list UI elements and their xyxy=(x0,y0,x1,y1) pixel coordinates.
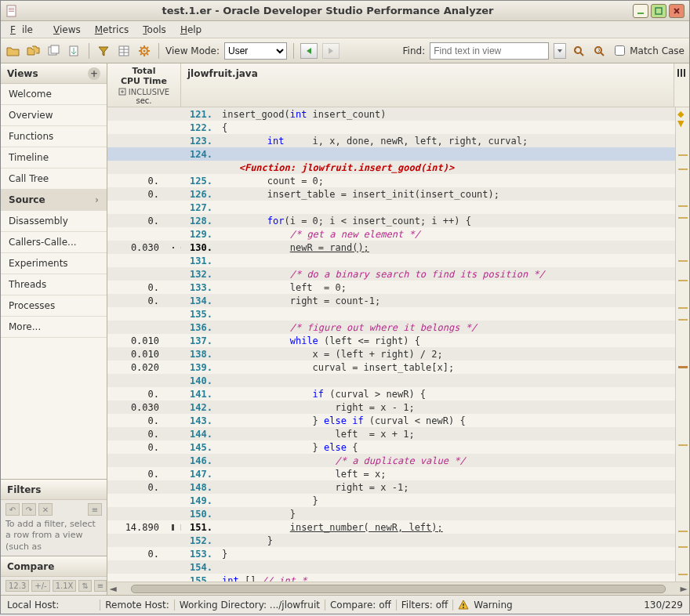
source-row[interactable]: 0.030130. newR = rand(); xyxy=(107,241,675,254)
code-text: curval = insert_table[x]; xyxy=(219,362,675,373)
svg-line-20 xyxy=(147,53,149,55)
sidebar-item-more-[interactable]: More... xyxy=(1,317,107,338)
compare-icon[interactable] xyxy=(26,43,42,59)
svg-rect-3 xyxy=(9,11,14,12)
source-row[interactable]: 0.134. right = count-1; xyxy=(107,294,675,307)
source-row[interactable]: 154. xyxy=(107,560,675,574)
source-row[interactable]: 122.{ xyxy=(107,121,675,134)
menu-help[interactable]: Help xyxy=(174,23,208,37)
menu-metrics[interactable]: Metrics xyxy=(89,23,136,37)
source-row[interactable]: 127. xyxy=(107,201,675,214)
sidebar-item-source[interactable]: Source xyxy=(1,190,107,211)
source-row[interactable]: 14.890151. insert_number( newR, left); xyxy=(107,520,675,534)
source-row[interactable]: 0.010137. while (left <= right) { xyxy=(107,334,675,347)
find-next-icon[interactable] xyxy=(591,43,607,59)
filter-icon[interactable] xyxy=(96,43,111,59)
source-row[interactable]: 0.125. count = 0; xyxy=(107,174,675,187)
nav-back-button[interactable] xyxy=(300,43,318,59)
source-row[interactable]: 0.148. right = x -1; xyxy=(107,480,675,494)
sidebar-item-threads[interactable]: Threads xyxy=(1,274,107,295)
find-prev-icon[interactable] xyxy=(571,43,586,59)
minimize-button[interactable] xyxy=(633,4,648,18)
source-row[interactable]: 149. } xyxy=(107,494,675,507)
source-row[interactable]: 0.145. } else { xyxy=(107,440,675,454)
close-button[interactable] xyxy=(669,4,685,18)
aggregate-icon[interactable] xyxy=(46,43,62,59)
source-row[interactable]: 135. xyxy=(107,307,675,321)
menu-tools[interactable]: Tools xyxy=(136,23,172,37)
find-dropdown-icon[interactable] xyxy=(554,43,566,59)
view-mode-select[interactable]: User xyxy=(224,42,287,60)
code-text: left = x; xyxy=(219,469,675,480)
source-row[interactable]: <Function: jlowfruit.insert_good(int)> xyxy=(107,161,675,174)
settings-gear-icon[interactable] xyxy=(136,43,152,59)
source-row[interactable]: 146. /* a duplicate value */ xyxy=(107,454,675,467)
metric-value: 0.030 xyxy=(107,242,165,253)
overview-gutter-header xyxy=(674,63,689,107)
sidebar-item-overview[interactable]: Overview xyxy=(1,105,107,126)
sidebar-item-call-tree[interactable]: Call Tree xyxy=(1,168,107,190)
source-row[interactable]: 0.126. insert_table = insert_init(insert… xyxy=(107,187,675,201)
compare-sort-icon[interactable]: ⇅ xyxy=(78,580,91,592)
filters-hint: To add a filter, select a row from a vie… xyxy=(5,519,102,553)
menubar: File Views Metrics Tools Help xyxy=(1,21,689,38)
caret-down-icon[interactable]: ▼ xyxy=(677,118,684,129)
sidebar-item-welcome[interactable]: Welcome xyxy=(1,84,107,105)
source-file-tab[interactable]: jlowfruit.java xyxy=(181,63,674,107)
metric-bar xyxy=(165,524,181,531)
menu-views[interactable]: Views xyxy=(47,23,87,37)
maximize-button[interactable] xyxy=(651,4,666,18)
source-row[interactable]: 129. /* get a new element */ xyxy=(107,227,675,241)
source-row[interactable]: 123. int i, x, done, newR, left, right, … xyxy=(107,134,675,147)
overview-strip[interactable]: ◆ ▼ xyxy=(675,107,689,582)
find-input[interactable] xyxy=(430,42,549,60)
source-row[interactable]: 155.int [] // int * xyxy=(107,574,675,582)
filter-redo-icon[interactable]: ↷ xyxy=(22,503,36,516)
sidebar-item-disassembly[interactable]: Disassembly xyxy=(1,211,107,232)
compare-ratio-button[interactable]: 1.1X xyxy=(53,580,77,592)
sidebar-item-experiments[interactable]: Experiments xyxy=(1,253,107,274)
code-text: /* a duplicate value */ xyxy=(219,455,675,466)
source-row[interactable]: 0.010138. x = (left + right) / 2; xyxy=(107,347,675,361)
compare-abs-button[interactable]: 12.3 xyxy=(5,580,29,592)
export-icon[interactable] xyxy=(67,43,82,59)
filter-clear-icon[interactable]: ✕ xyxy=(38,503,53,516)
source-row[interactable]: 0.141. if (curval > newR) { xyxy=(107,387,675,400)
code-text: for(i = 0; i < insert_count; i ++) { xyxy=(219,216,675,226)
filter-menu-icon[interactable]: ≡ xyxy=(88,503,102,516)
menu-file[interactable]: File xyxy=(4,23,45,37)
source-row[interactable]: 132. /* do a binary search to find its p… xyxy=(107,267,675,281)
compare-delta-button[interactable]: +/- xyxy=(31,580,49,592)
source-row[interactable]: 131. xyxy=(107,254,675,267)
match-case-checkbox[interactable] xyxy=(615,45,625,56)
filter-undo-icon[interactable]: ↶ xyxy=(5,503,20,516)
line-number: 135. xyxy=(181,309,219,320)
sidebar-item-processes[interactable]: Processes xyxy=(1,295,107,317)
sidebar-item-functions[interactable]: Functions xyxy=(1,126,107,147)
source-row[interactable]: 124. xyxy=(107,147,675,161)
metric-column-header[interactable]: Total CPU Time INCLUSIVE sec. xyxy=(107,63,181,107)
source-row[interactable]: 0.144. left = x + 1; xyxy=(107,427,675,440)
nav-forward-button[interactable] xyxy=(322,43,340,59)
source-row[interactable]: 121.insert_good(int insert_count) xyxy=(107,107,675,121)
open-folder-icon[interactable] xyxy=(5,43,21,59)
horizontal-scrollbar[interactable]: ◄ ► xyxy=(107,582,689,595)
source-row[interactable]: 136. /* figure out where it belongs */ xyxy=(107,321,675,334)
source-row[interactable]: 0.128. for(i = 0; i < insert_count; i ++… xyxy=(107,214,675,227)
source-row[interactable]: 140. xyxy=(107,374,675,387)
code-text: while (left <= right) { xyxy=(219,335,675,346)
source-row[interactable]: 150. } xyxy=(107,507,675,520)
compare-menu-icon[interactable]: ≡ xyxy=(94,580,107,592)
sidebar-item-callers-calle-[interactable]: Callers-Calle... xyxy=(1,232,107,253)
source-code-view[interactable]: 121.insert_good(int insert_count)122.{12… xyxy=(107,107,675,582)
source-row[interactable]: 0.020139. curval = insert_table[x]; xyxy=(107,361,675,374)
table-icon[interactable] xyxy=(116,43,132,59)
source-row[interactable]: 0.030142. right = x - 1; xyxy=(107,400,675,414)
source-row[interactable]: 0.133. left = 0; xyxy=(107,281,675,294)
add-view-button[interactable]: + xyxy=(88,67,100,80)
source-row[interactable]: 0.143. } else if (curval < newR) { xyxy=(107,414,675,427)
sidebar-item-timeline[interactable]: Timeline xyxy=(1,147,107,168)
source-row[interactable]: 0.153.} xyxy=(107,547,675,560)
source-row[interactable]: 152. } xyxy=(107,534,675,547)
source-row[interactable]: 0.147. left = x; xyxy=(107,467,675,480)
